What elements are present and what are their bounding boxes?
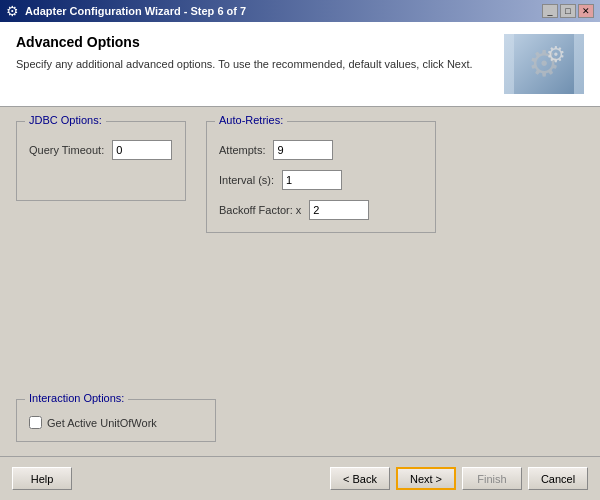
interaction-options-legend: Interaction Options: <box>25 392 128 404</box>
attempts-input[interactable] <box>273 140 333 160</box>
header-area: Advanced Options Specify any additional … <box>0 22 600 107</box>
get-active-checkbox[interactable] <box>29 416 42 429</box>
query-timeout-input[interactable] <box>112 140 172 160</box>
auto-retries-group: Auto-Retries: Attempts: Interval (s): Ba… <box>206 121 436 233</box>
options-columns: JDBC Options: Query Timeout: Auto-Retrie… <box>16 121 584 233</box>
gear-graphic-icon: ⚙ ⚙ <box>514 34 574 94</box>
minimize-button[interactable]: _ <box>542 4 558 18</box>
window-body: Advanced Options Specify any additional … <box>0 22 600 500</box>
get-active-row: Get Active UnitOfWork <box>29 416 203 429</box>
jdbc-options-legend: JDBC Options: <box>25 114 106 126</box>
back-button[interactable]: < Back <box>330 467 390 490</box>
title-bar-controls: _ □ ✕ <box>542 4 594 18</box>
page-title: Advanced Options <box>16 34 473 50</box>
backoff-row: Backoff Factor: x <box>219 200 423 220</box>
title-bar-icon: ⚙ <box>6 3 19 19</box>
help-button[interactable]: Help <box>12 467 72 490</box>
button-bar-right: < Back Next > Finish Cancel <box>330 467 588 490</box>
finish-button: Finish <box>462 467 522 490</box>
attempts-row: Attempts: <box>219 140 423 160</box>
header-left: Advanced Options Specify any additional … <box>16 34 473 70</box>
title-bar: ⚙ Adapter Configuration Wizard - Step 6 … <box>0 0 600 22</box>
cancel-button[interactable]: Cancel <box>528 467 588 490</box>
button-bar-left: Help <box>12 467 72 490</box>
backoff-label: Backoff Factor: x <box>219 204 301 216</box>
button-bar: Help < Back Next > Finish Cancel <box>0 456 600 500</box>
query-timeout-label: Query Timeout: <box>29 144 104 156</box>
title-bar-text: Adapter Configuration Wizard - Step 6 of… <box>25 5 536 17</box>
svg-text:⚙: ⚙ <box>546 42 566 67</box>
interaction-options-group: Interaction Options: Get Active UnitOfWo… <box>16 399 216 442</box>
auto-retries-legend: Auto-Retries: <box>215 114 287 126</box>
close-button[interactable]: ✕ <box>578 4 594 18</box>
header-graphic: ⚙ ⚙ <box>504 34 584 94</box>
content-area: JDBC Options: Query Timeout: Auto-Retrie… <box>0 107 600 456</box>
query-timeout-row: Query Timeout: <box>29 140 173 160</box>
interval-row: Interval (s): <box>219 170 423 190</box>
header-description: Specify any additional advanced options.… <box>16 58 473 70</box>
interval-input[interactable] <box>282 170 342 190</box>
maximize-button[interactable]: □ <box>560 4 576 18</box>
backoff-input[interactable] <box>309 200 369 220</box>
next-button[interactable]: Next > <box>396 467 456 490</box>
jdbc-options-group: JDBC Options: Query Timeout: <box>16 121 186 201</box>
spacer <box>16 249 584 375</box>
get-active-label: Get Active UnitOfWork <box>47 417 157 429</box>
interval-label: Interval (s): <box>219 174 274 186</box>
attempts-label: Attempts: <box>219 144 265 156</box>
